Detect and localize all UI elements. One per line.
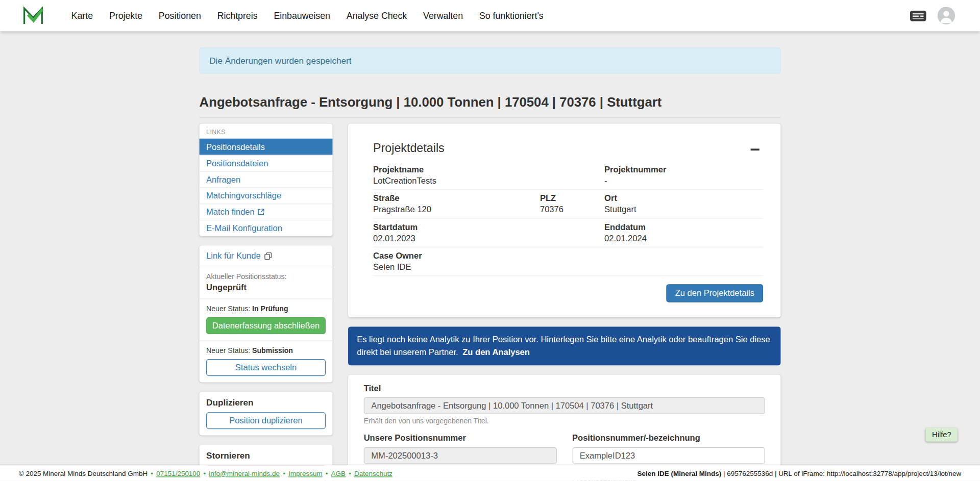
page-footer: © 2025 Mineral Minds Deutschland GmbH • … (0, 465, 980, 481)
new-status-2-value: Submission (252, 347, 293, 355)
position-number-input[interactable] (572, 447, 765, 464)
field-case-owner: Case Owner Selen IDE (373, 251, 763, 271)
field-enddatum: Enddatum 02.01.2024 (604, 222, 763, 243)
sidebar: LINKS Positionsdetails Positionsdateien … (200, 123, 333, 480)
page-container: Die Änderungen wurden gespeichert Angebo… (200, 47, 781, 481)
detail-row: Straße Pragstraße 120 PLZ 70376 Ort Stut… (373, 190, 763, 218)
session-details: | 69576255536d | URL of iFrame: http://l… (723, 469, 961, 477)
help-button[interactable]: Hilfe? (926, 428, 958, 442)
detail-row: Projektname LotCreationTests Projektnumm… (373, 161, 763, 190)
top-navbar: Karte Projekte Positionen Richtpreis Ein… (0, 0, 980, 31)
nav-item-richtpreis[interactable]: Richtpreis (217, 11, 258, 21)
alert-message: Die Änderungen wurden gespeichert (209, 56, 351, 66)
sidebar-item-matchingvorschlaege[interactable]: Matchingvorschläge (200, 187, 333, 204)
sidebar-item-label: Match finden (206, 208, 255, 217)
field-plz: PLZ 70376 (540, 194, 604, 214)
nav-item-positionen[interactable]: Positionen (159, 11, 201, 21)
separator-dot: • (326, 469, 328, 477)
success-alert: Die Änderungen wurden gespeichert (200, 47, 781, 73)
field-projektnummer: Projektnummer - (604, 165, 763, 185)
sidebar-item-anfragen[interactable]: Anfragen (200, 171, 333, 188)
detail-row: Startdatum 02.01.2023 Enddatum 02.01.202… (373, 219, 763, 247)
analytics-banner: Es liegt noch keine Analytik zu Ihrer Po… (348, 326, 780, 365)
status-card: Link für Kunde Aktueller Positionsstatus… (200, 245, 333, 382)
separator-dot: • (151, 469, 153, 477)
sidebar-item-email-konfiguration[interactable]: E-Mail Konfiguration (200, 220, 333, 236)
duplicate-card: Duplizieren Position duplizieren (200, 392, 333, 436)
datenschutz-link[interactable]: Datenschutz (354, 469, 393, 477)
nav-item-einbauweisen[interactable]: Einbauweisen (274, 11, 330, 21)
footer-session-info: Selen IDE (Mineral Minds) | 69576255536d… (638, 469, 962, 477)
main-column: Projektdetails Projektname LotCreationTe… (348, 123, 780, 480)
impressum-link[interactable]: Impressum (288, 469, 323, 477)
sidebar-item-positionsdetails[interactable]: Positionsdetails (200, 139, 333, 155)
detail-row: Case Owner Selen IDE (373, 247, 763, 276)
nav-item-projekte[interactable]: Projekte (109, 11, 142, 21)
current-status-label: Aktueller Positionsstatus: (206, 273, 326, 281)
titel-input (364, 397, 765, 414)
finish-data-entry-button[interactable]: Datenerfassung abschließen (206, 317, 326, 334)
titel-helper: Erhält den von uns vorgegebenen Titel. (364, 417, 765, 425)
session-user: Selen IDE (Mineral Minds) (638, 469, 722, 477)
current-status-value: Ungeprüft (206, 283, 326, 292)
new-status-1-value: In Prüfung (252, 305, 288, 313)
separator-dot: • (203, 469, 206, 477)
separator-dot: • (349, 469, 351, 477)
nav-item-karte[interactable]: Karte (71, 11, 93, 21)
external-link-icon (258, 209, 264, 215)
footer-left: © 2025 Mineral Minds Deutschland GmbH • … (19, 469, 393, 477)
nav-item-so-funktionierts[interactable]: So funktioniert's (479, 11, 544, 21)
cancel-title: Stornieren (206, 450, 326, 461)
field-projektname: Projektname LotCreationTests (373, 165, 604, 185)
sidebar-item-match-finden[interactable]: Match finden (200, 204, 333, 220)
nav-item-verwalten[interactable]: Verwalten (423, 11, 463, 21)
nav-item-analyse-check[interactable]: Analyse Check (347, 11, 407, 21)
copy-icon (264, 252, 272, 260)
switch-status-button[interactable]: Status wechseln (206, 359, 326, 376)
project-details-card: Projektdetails Projektname LotCreationTe… (348, 123, 780, 317)
our-number-input (364, 447, 557, 464)
new-status-2: Neuer Status: Submission (206, 347, 326, 355)
position-number-label: Positionsnummer/-bezeichnung (572, 434, 765, 443)
sidebar-item-positionsdateien[interactable]: Positionsdateien (200, 155, 333, 171)
email-link[interactable]: info@mineral-minds.de (209, 469, 280, 477)
sidebar-links-header: LINKS (200, 123, 333, 138)
customer-link-label: Link für Kunde (206, 251, 261, 260)
agb-link[interactable]: AGB (331, 469, 346, 477)
copyright-text: © 2025 Mineral Minds Deutschland GmbH (19, 469, 148, 477)
field-strasse: Straße Pragstraße 120 (373, 194, 540, 214)
titel-label: Titel (364, 384, 765, 393)
app-root: Karte Projekte Positionen Richtpreis Ein… (0, 0, 980, 481)
main-nav: Karte Projekte Positionen Richtpreis Ein… (71, 11, 544, 21)
navbar-right (910, 7, 955, 24)
project-details-title: Projektdetails (373, 141, 445, 155)
go-to-project-details-button[interactable]: Zu den Projektdetails (667, 284, 764, 302)
duplicate-position-button[interactable]: Position duplizieren (206, 412, 326, 429)
page-title: Angebotsanfrage - Entsorgung | 10.000 To… (200, 95, 781, 110)
sidebar-links-card: LINKS Positionsdetails Positionsdateien … (200, 123, 333, 236)
project-details-fields: Projektname LotCreationTests Projektnumm… (373, 161, 763, 276)
new-status-1: Neuer Status: In Prüfung (206, 305, 326, 313)
keyboard-icon[interactable] (910, 10, 926, 21)
field-ort: Ort Stuttgart (604, 194, 763, 214)
user-avatar[interactable] (938, 7, 955, 24)
mineral-minds-logo-icon (22, 6, 44, 26)
title-divider (200, 117, 781, 118)
phone-link[interactable]: 07151/250100 (156, 469, 200, 477)
our-number-label: Unsere Positionsnummer (364, 434, 557, 443)
customer-link[interactable]: Link für Kunde (206, 251, 326, 260)
field-startdatum: Startdatum 02.01.2023 (373, 222, 604, 243)
separator-dot: • (283, 469, 285, 477)
brand-logo[interactable] (22, 6, 44, 26)
collapse-icon[interactable] (751, 145, 760, 154)
analytics-message: Es liegt noch keine Analytik zu Ihrer Po… (357, 335, 770, 357)
person-icon (938, 7, 955, 24)
go-to-analyses-link[interactable]: Zu den Analysen (462, 347, 530, 357)
duplicate-title: Duplizieren (206, 397, 326, 408)
